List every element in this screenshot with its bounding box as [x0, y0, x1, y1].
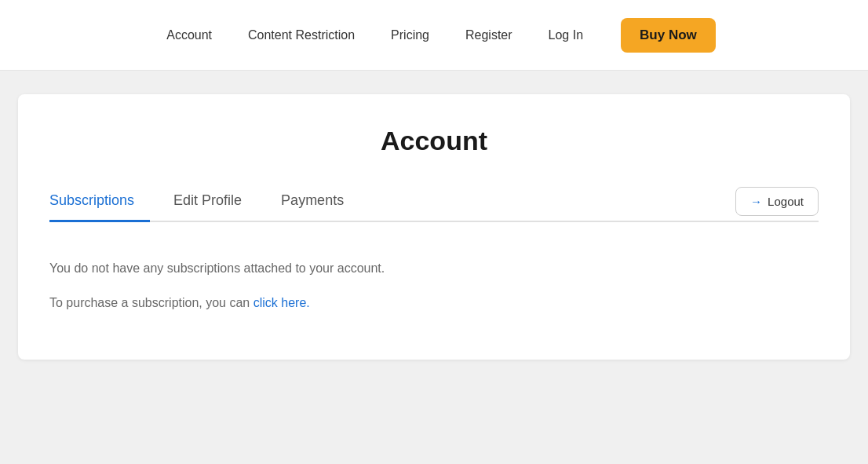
purchase-prefix: To purchase a subscription, you can [49, 296, 253, 309]
logout-icon: → [750, 195, 762, 208]
tab-payments[interactable]: Payments [281, 185, 359, 222]
tab-edit-profile[interactable]: Edit Profile [173, 185, 257, 222]
click-here-link[interactable]: click here. [253, 296, 310, 309]
no-subscription-message: You do not have any subscriptions attach… [49, 258, 819, 279]
tabs-left: Subscriptions Edit Profile Payments [49, 185, 735, 221]
logout-button[interactable]: → Logout [735, 187, 819, 216]
main-background: Account Subscriptions Edit Profile Payme… [0, 71, 868, 464]
tabs-container: Subscriptions Edit Profile Payments → Lo… [49, 185, 819, 222]
buy-now-button[interactable]: Buy Now [621, 18, 716, 53]
logout-label: Logout [768, 195, 804, 208]
account-card: Account Subscriptions Edit Profile Payme… [18, 94, 850, 360]
nav: Account Content Restriction Pricing Regi… [152, 18, 716, 53]
tab-subscriptions[interactable]: Subscriptions [49, 185, 150, 222]
nav-login[interactable]: Log In [534, 22, 597, 49]
header: Account Content Restriction Pricing Regi… [0, 0, 868, 71]
purchase-subscription-text: To purchase a subscription, you can clic… [49, 293, 819, 313]
nav-register[interactable]: Register [451, 22, 527, 49]
nav-pricing[interactable]: Pricing [377, 22, 443, 49]
tab-content-subscriptions: You do not have any subscriptions attach… [49, 250, 819, 312]
nav-content-restriction[interactable]: Content Restriction [234, 22, 369, 49]
page-title: Account [49, 126, 819, 156]
nav-account[interactable]: Account [152, 22, 226, 49]
